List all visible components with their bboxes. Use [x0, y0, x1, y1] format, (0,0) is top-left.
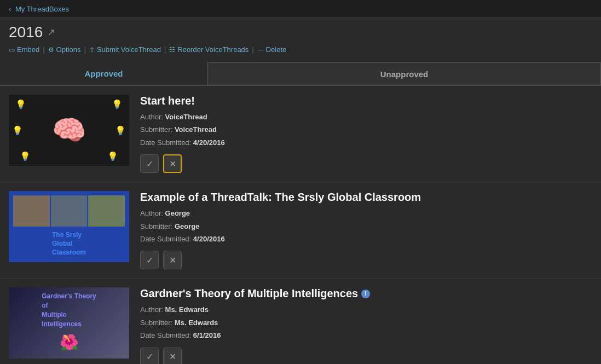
embed-label: Embed — [17, 45, 39, 54]
external-link-icon[interactable]: ↗ — [47, 26, 55, 38]
back-link[interactable]: ‹ My ThreadBoxes — [9, 5, 69, 13]
delete-icon: — — [257, 46, 264, 54]
checkmark-icon: ✓ — [146, 351, 153, 362]
remove-button[interactable]: ✕ — [163, 348, 182, 364]
approve-button[interactable]: ✓ — [140, 348, 159, 364]
delete-link[interactable]: — Delete — [257, 45, 287, 54]
thread-title-text: Start here! — [140, 95, 195, 107]
submitter-row: Submitter: VoiceThread — [140, 123, 592, 136]
author-value: Ms. Edwards — [165, 305, 209, 314]
thread-meta-3: Author: Ms. Edwards Submitter: Ms. Edwar… — [140, 303, 592, 342]
thumbnail-3: Gardner's TheoryofMultipleIntelligences … — [9, 287, 129, 359]
bulb-icon: 💡 — [112, 99, 123, 109]
page-header: 2016 ↗ ▭ Embed | ⚙ Options | ⇧ Submit Vo… — [0, 18, 601, 57]
back-label: My ThreadBoxes — [15, 5, 69, 13]
bulb-icon: 💡 — [15, 99, 26, 109]
options-label: Options — [56, 45, 81, 54]
thumbnail-2: The SrslyGlobalClassroom — [9, 191, 129, 262]
submit-icon: ⇧ — [89, 46, 95, 54]
date-row: Date Submitted: 6/1/2016 — [140, 329, 592, 342]
tab-unapproved[interactable]: Unapproved — [208, 62, 601, 85]
author-row: Author: Ms. Edwards — [140, 303, 592, 316]
author-row: Author: VoiceThread — [140, 111, 592, 123]
tab-unapproved-label: Unapproved — [380, 70, 429, 79]
separator-2: | — [84, 45, 85, 54]
thread-meta-2: Author: George Submitter: George Date Su… — [140, 207, 592, 245]
thread-title-1: Start here! — [140, 95, 592, 107]
remove-button[interactable]: ✕ — [163, 154, 182, 173]
submit-link[interactable]: ⇧ Submit VoiceThread — [89, 45, 161, 54]
reorder-icon: ☷ — [169, 46, 175, 54]
thread-title-text: Example of a ThreadTalk: The Srsly Globa… — [140, 191, 421, 204]
date-label: Date Submitted: — [140, 235, 191, 243]
tab-approved[interactable]: Approved — [0, 62, 208, 85]
options-link[interactable]: ⚙ Options — [48, 45, 81, 54]
content-area: 💡 💡 🧠 💡 💡 💡 💡 Start here! Author: VoiceT… — [0, 86, 601, 364]
date-row: Date Submitted: 4/20/2016 — [140, 233, 592, 245]
author-label: Author: — [140, 209, 163, 217]
bulb-icon: 💡 — [12, 125, 23, 136]
date-value: 6/1/2016 — [193, 331, 221, 339]
photo-2 — [51, 195, 88, 227]
separator-1: | — [43, 45, 44, 54]
submit-label: Submit VoiceThread — [97, 45, 161, 54]
thread-item: The SrslyGlobalClassroom Example of a Th… — [0, 182, 601, 279]
brain-icon: 🧠 — [52, 114, 86, 146]
separator-4: | — [252, 45, 253, 54]
date-row: Date Submitted: 4/20/2016 — [140, 136, 592, 149]
photo-1 — [13, 195, 50, 227]
thread-meta-1: Author: VoiceThread Submitter: VoiceThre… — [140, 111, 592, 149]
approve-button[interactable]: ✓ — [140, 251, 159, 269]
checkmark-icon: ✓ — [146, 159, 153, 169]
x-icon: ✕ — [169, 159, 176, 169]
submitter-label: Submitter: — [140, 222, 172, 230]
thread-title-3: Gardner's Theory of Multiple Intelligenc… — [140, 287, 592, 300]
tab-approved-label: Approved — [84, 69, 123, 78]
x-icon: ✕ — [169, 255, 176, 265]
embed-link[interactable]: ▭ Embed — [9, 45, 39, 54]
toolbar: ▭ Embed | ⚙ Options | ⇧ Submit VoiceThre… — [9, 45, 592, 54]
submitter-row: Submitter: Ms. Edwards — [140, 316, 592, 329]
date-value: 4/20/2016 — [193, 235, 225, 243]
author-label: Author: — [140, 113, 163, 121]
thread-actions-3: ✓ ✕ — [140, 348, 592, 364]
back-arrow-icon: ‹ — [9, 5, 11, 13]
delete-label: Delete — [266, 45, 287, 54]
page-title: 2016 — [9, 24, 43, 41]
thumb-2-title: The SrslyGlobalClassroom — [50, 230, 88, 258]
options-icon: ⚙ — [48, 46, 54, 54]
embed-icon: ▭ — [9, 46, 15, 54]
date-label: Date Submitted: — [140, 138, 191, 147]
info-badge[interactable]: i — [361, 290, 370, 298]
thread-actions-2: ✓ ✕ — [140, 251, 592, 269]
author-row: Author: George — [140, 207, 592, 219]
author-value: VoiceThread — [165, 113, 207, 121]
photo-strip — [13, 195, 125, 227]
thread-title-2: Example of a ThreadTalk: The Srsly Globa… — [140, 191, 592, 204]
submitter-label: Submitter: — [140, 125, 172, 134]
date-value: 4/20/2016 — [193, 138, 225, 147]
photo-3 — [88, 195, 125, 227]
approve-button[interactable]: ✓ — [140, 154, 159, 173]
bulb-icon: 💡 — [107, 151, 118, 161]
reorder-label: Reorder VoiceThreads — [177, 45, 249, 54]
submitter-value: Ms. Edwards — [175, 319, 218, 327]
thread-info-2: Example of a ThreadTalk: The Srsly Globa… — [140, 191, 592, 269]
checkmark-icon: ✓ — [146, 255, 153, 265]
reorder-link[interactable]: ☷ Reorder VoiceThreads — [169, 45, 249, 54]
submitter-label: Submitter: — [140, 319, 172, 327]
remove-button[interactable]: ✕ — [163, 251, 182, 269]
thread-actions-1: ✓ ✕ — [140, 154, 592, 173]
flower-icon: 🌺 — [60, 333, 79, 351]
tabs-container: Approved Unapproved — [0, 62, 601, 86]
thread-item: 💡 💡 🧠 💡 💡 💡 💡 Start here! Author: VoiceT… — [0, 86, 601, 182]
thread-info-1: Start here! Author: VoiceThread Submitte… — [140, 95, 592, 173]
submitter-value: George — [175, 222, 200, 230]
thread-info-3: Gardner's Theory of Multiple Intelligenc… — [140, 287, 592, 364]
bulb-icon: 💡 — [20, 151, 31, 161]
author-label: Author: — [140, 305, 163, 314]
separator-3: | — [164, 45, 166, 54]
thumb-1-inner: 💡 💡 🧠 💡 💡 💡 💡 — [9, 95, 129, 166]
thread-item: Gardner's TheoryofMultipleIntelligences … — [0, 279, 601, 364]
author-value: George — [165, 209, 190, 217]
